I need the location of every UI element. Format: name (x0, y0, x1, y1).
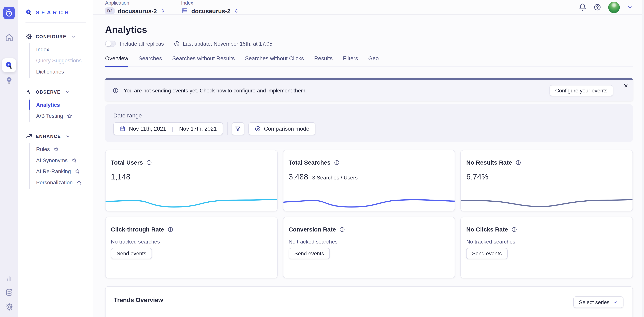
info-icon[interactable] (339, 226, 345, 232)
star-icon[interactable] (71, 158, 77, 163)
tab-searches[interactable]: Searches (138, 56, 162, 66)
search-logo-icon (26, 9, 32, 16)
send-events-button[interactable]: Send events (111, 248, 152, 259)
toggle-knob (106, 41, 111, 46)
search-logo[interactable]: SEARCH (26, 9, 93, 16)
tab-searches-without-clicks[interactable]: Searches without Clicks (245, 56, 304, 66)
info-icon[interactable] (515, 160, 521, 166)
bell-icon[interactable] (579, 3, 586, 11)
info-icon[interactable] (168, 226, 173, 232)
select-series-button[interactable]: Select series (573, 296, 624, 308)
tab-filters[interactable]: Filters (343, 56, 358, 66)
index-label: Index (181, 0, 239, 6)
analytics-tabs: Overview Searches Searches without Resul… (105, 56, 633, 67)
star-icon[interactable] (74, 169, 80, 174)
help-circle-icon[interactable] (594, 3, 601, 11)
sidebar-item-query-suggestions[interactable]: Query Suggestions (30, 55, 93, 66)
search-rail-active-item[interactable] (2, 58, 16, 72)
database-icon[interactable] (5, 288, 13, 297)
index-select[interactable]: docusaurus-2 (181, 8, 239, 14)
chevron-down-icon (65, 90, 70, 94)
empty-state-text: No tracked searches (111, 238, 269, 245)
chevron-down-icon (613, 300, 618, 305)
date-range-button[interactable]: Nov 11th, 2021 | Nov 17th, 2021 (114, 122, 223, 135)
filter-funnel-button[interactable] (232, 122, 244, 135)
close-icon[interactable] (624, 83, 628, 88)
application-select[interactable]: D2 docusaurus-2 (105, 8, 166, 14)
sidebar-item-dictionaries[interactable]: Dictionaries (30, 66, 93, 77)
star-icon[interactable] (67, 114, 72, 119)
date-end: Nov 17th, 2021 (179, 126, 217, 132)
gear-icon (26, 33, 32, 40)
info-icon[interactable] (334, 160, 340, 166)
no-results-rate-sparkline (460, 193, 633, 208)
sidebar-item-ai-synonyms[interactable]: AI Synonyms (30, 155, 93, 166)
avatar[interactable] (608, 2, 620, 13)
star-icon[interactable] (76, 180, 82, 185)
tab-geo[interactable]: Geo (368, 56, 379, 66)
application-selector: Application D2 docusaurus-2 (105, 0, 166, 14)
include-replicas-toggle[interactable] (105, 41, 116, 47)
logo-text: SEARCH (36, 10, 70, 16)
divider (26, 22, 86, 22)
trend-up-icon (26, 133, 32, 140)
stopwatch-app-icon[interactable] (3, 6, 15, 19)
date-separator: | (172, 126, 174, 132)
total-users-card: Total Users 1,148 (105, 150, 278, 212)
sidebar-item-analytics[interactable]: Analytics (30, 99, 93, 110)
gear-icon[interactable] (5, 303, 13, 311)
lightbulb-bolt-icon[interactable] (4, 76, 14, 86)
total-searches-sparkline (283, 193, 455, 208)
card-title: No Results Rate (466, 159, 512, 166)
sidebar-item-label: Dictionaries (36, 68, 64, 75)
info-icon[interactable] (146, 160, 152, 166)
index-selector: Index docusaurus-2 (181, 0, 239, 14)
section-head-configure[interactable]: CONFIGURE (26, 33, 93, 40)
configure-events-button[interactable]: Configure your events (550, 85, 613, 96)
application-badge: D2 (105, 8, 114, 14)
no-clicks-rate-card: No Clicks Rate No tracked searches Send … (460, 217, 633, 278)
sidebar-item-ab-testing[interactable]: A/B Testing (30, 110, 93, 122)
tab-overview[interactable]: Overview (105, 56, 128, 66)
application-value: docusaurus-2 (118, 8, 157, 14)
sidebar-item-rules[interactable]: Rules (30, 144, 93, 155)
send-events-button[interactable]: Send events (466, 248, 508, 259)
home-icon[interactable] (5, 33, 13, 42)
app-window: SEARCH CONFIGURE (0, 0, 644, 317)
scrollbar[interactable] (642, 0, 644, 317)
sort-chevrons-icon (234, 8, 239, 14)
empty-state-text: No tracked searches (466, 238, 624, 245)
sidebar-item-ai-re-ranking[interactable]: AI Re-Ranking (30, 166, 93, 177)
sidebar-section-configure: CONFIGURE Index Query Suggestions Dictio… (26, 33, 93, 78)
comparison-mode-button[interactable]: Comparison mode (248, 122, 316, 135)
total-searches-card: Total Searches 3,488 3 Searches / Users (283, 150, 455, 212)
tab-searches-without-results[interactable]: Searches without Results (172, 56, 235, 66)
section-label: CONFIGURE (36, 34, 66, 39)
info-icon[interactable] (511, 226, 517, 232)
sidebar-item-label: Rules (36, 146, 50, 152)
sidebar-item-personalization[interactable]: Personalization (30, 177, 93, 188)
select-series-label: Select series (579, 299, 610, 305)
card-subvalue: 3 Searches / Users (312, 174, 358, 181)
events-banner: You are not sending events yet. Check ho… (105, 78, 633, 101)
metrics-grid: Total Users 1,148 Total Searches (105, 150, 633, 278)
card-title: Conversion Rate (288, 226, 336, 233)
date-start: Nov 11th, 2021 (129, 126, 166, 132)
star-icon[interactable] (54, 146, 59, 152)
include-replicas-label: Include all replicas (120, 41, 164, 47)
pulse-icon (26, 89, 32, 95)
server-icon (181, 8, 188, 14)
bar-chart-icon[interactable] (5, 274, 13, 282)
sidebar-item-index[interactable]: Index (30, 44, 93, 55)
date-range-panel: Date range Nov 11th, 2021 | Nov 17th, 20… (105, 104, 633, 142)
tab-results[interactable]: Results (314, 56, 333, 66)
chevron-down-icon[interactable] (627, 4, 633, 10)
sidebar-item-label: AI Re-Ranking (36, 168, 71, 174)
section-head-observe[interactable]: OBSERVE (26, 89, 93, 95)
chevron-down-icon (71, 34, 76, 39)
send-events-button[interactable]: Send events (288, 248, 330, 259)
card-title: Total Users (111, 159, 143, 166)
section-head-enhance[interactable]: ENHANCE (26, 133, 93, 140)
trends-title: Trends Overview (114, 296, 163, 303)
trends-overview-card: Trends Overview Select series (105, 286, 633, 317)
